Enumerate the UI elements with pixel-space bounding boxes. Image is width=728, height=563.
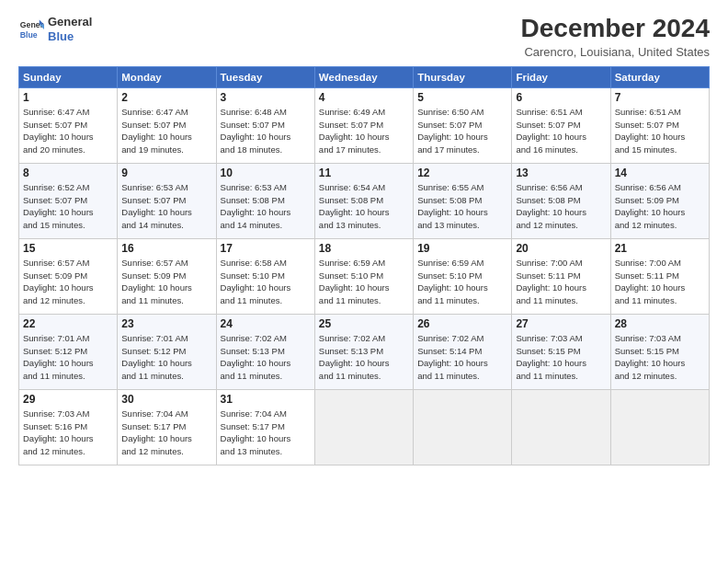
day-number: 5	[417, 91, 507, 104]
calendar-cell: 17Sunrise: 6:58 AM Sunset: 5:10 PM Dayli…	[216, 238, 314, 314]
day-info: Sunrise: 7:03 AM Sunset: 5:15 PM Dayligh…	[516, 332, 606, 383]
calendar-cell: 11Sunrise: 6:54 AM Sunset: 5:08 PM Dayli…	[314, 163, 413, 238]
week-row-4: 22Sunrise: 7:01 AM Sunset: 5:12 PM Dayli…	[19, 314, 710, 389]
logo-icon: General Blue	[18, 17, 44, 42]
calendar-cell: 6Sunrise: 6:51 AM Sunset: 5:07 PM Daylig…	[512, 87, 610, 163]
col-header-monday: Monday	[118, 66, 216, 87]
day-number: 1	[23, 91, 113, 104]
calendar-cell: 28Sunrise: 7:03 AM Sunset: 5:15 PM Dayli…	[610, 314, 709, 389]
day-number: 23	[121, 317, 211, 330]
calendar-cell	[414, 389, 512, 465]
calendar-cell: 21Sunrise: 7:00 AM Sunset: 5:11 PM Dayli…	[610, 238, 709, 314]
day-number: 15	[23, 242, 113, 255]
day-number: 25	[319, 317, 409, 330]
calendar-cell: 12Sunrise: 6:55 AM Sunset: 5:08 PM Dayli…	[414, 163, 512, 238]
day-number: 13	[516, 167, 606, 179]
day-info: Sunrise: 6:57 AM Sunset: 5:09 PM Dayligh…	[23, 257, 113, 307]
day-number: 6	[516, 91, 606, 104]
calendar-cell: 13Sunrise: 6:56 AM Sunset: 5:08 PM Dayli…	[512, 163, 610, 238]
calendar-cell: 31Sunrise: 7:04 AM Sunset: 5:17 PM Dayli…	[216, 389, 314, 465]
calendar-cell: 3Sunrise: 6:48 AM Sunset: 5:07 PM Daylig…	[216, 87, 314, 163]
week-row-3: 15Sunrise: 6:57 AM Sunset: 5:09 PM Dayli…	[19, 238, 710, 314]
logo: General Blue General Blue	[18, 15, 92, 43]
calendar-cell: 15Sunrise: 6:57 AM Sunset: 5:09 PM Dayli…	[19, 238, 118, 314]
day-number: 22	[23, 317, 113, 330]
day-info: Sunrise: 6:56 AM Sunset: 5:09 PM Dayligh…	[615, 181, 705, 232]
calendar-cell: 5Sunrise: 6:50 AM Sunset: 5:07 PM Daylig…	[414, 87, 512, 163]
day-number: 12	[417, 167, 507, 179]
day-number: 2	[121, 91, 211, 104]
day-info: Sunrise: 6:47 AM Sunset: 5:07 PM Dayligh…	[23, 106, 113, 156]
day-number: 30	[121, 393, 211, 406]
calendar-cell	[314, 389, 413, 465]
day-info: Sunrise: 6:52 AM Sunset: 5:07 PM Dayligh…	[23, 181, 113, 232]
day-number: 17	[221, 242, 311, 255]
logo-text-blue: Blue	[48, 29, 92, 44]
calendar-cell: 14Sunrise: 6:56 AM Sunset: 5:09 PM Dayli…	[610, 163, 709, 238]
subtitle: Carencro, Louisiana, United States	[521, 45, 710, 59]
day-info: Sunrise: 7:00 AM Sunset: 5:11 PM Dayligh…	[516, 257, 606, 307]
calendar-cell: 1Sunrise: 6:47 AM Sunset: 5:07 PM Daylig…	[19, 87, 118, 163]
day-info: Sunrise: 7:02 AM Sunset: 5:14 PM Dayligh…	[417, 332, 507, 383]
calendar-cell: 26Sunrise: 7:02 AM Sunset: 5:14 PM Dayli…	[414, 314, 512, 389]
header-row: SundayMondayTuesdayWednesdayThursdayFrid…	[19, 66, 710, 87]
day-info: Sunrise: 6:49 AM Sunset: 5:07 PM Dayligh…	[319, 106, 409, 156]
col-header-wednesday: Wednesday	[314, 66, 413, 87]
day-info: Sunrise: 7:01 AM Sunset: 5:12 PM Dayligh…	[23, 332, 113, 383]
calendar-cell	[512, 389, 610, 465]
day-info: Sunrise: 6:55 AM Sunset: 5:08 PM Dayligh…	[417, 181, 507, 232]
day-number: 8	[23, 167, 113, 179]
day-info: Sunrise: 6:50 AM Sunset: 5:07 PM Dayligh…	[417, 106, 507, 156]
day-number: 9	[121, 167, 211, 179]
day-number: 20	[516, 242, 606, 255]
day-info: Sunrise: 6:56 AM Sunset: 5:08 PM Dayligh…	[516, 181, 606, 232]
day-number: 10	[221, 167, 311, 179]
day-info: Sunrise: 6:48 AM Sunset: 5:07 PM Dayligh…	[221, 106, 311, 156]
day-info: Sunrise: 7:02 AM Sunset: 5:13 PM Dayligh…	[319, 332, 409, 383]
calendar-cell: 7Sunrise: 6:51 AM Sunset: 5:07 PM Daylig…	[610, 87, 709, 163]
day-info: Sunrise: 6:59 AM Sunset: 5:10 PM Dayligh…	[319, 257, 409, 307]
calendar-cell: 2Sunrise: 6:47 AM Sunset: 5:07 PM Daylig…	[118, 87, 216, 163]
day-info: Sunrise: 6:54 AM Sunset: 5:08 PM Dayligh…	[319, 181, 409, 232]
week-row-1: 1Sunrise: 6:47 AM Sunset: 5:07 PM Daylig…	[19, 87, 710, 163]
day-number: 3	[221, 91, 311, 104]
day-number: 19	[417, 242, 507, 255]
day-info: Sunrise: 6:57 AM Sunset: 5:09 PM Dayligh…	[121, 257, 211, 307]
calendar-cell: 8Sunrise: 6:52 AM Sunset: 5:07 PM Daylig…	[19, 163, 118, 238]
day-info: Sunrise: 6:51 AM Sunset: 5:07 PM Dayligh…	[516, 106, 606, 156]
day-number: 7	[615, 91, 705, 104]
calendar-cell: 22Sunrise: 7:01 AM Sunset: 5:12 PM Dayli…	[19, 314, 118, 389]
logo-text-general: General	[48, 15, 92, 29]
calendar-cell: 10Sunrise: 6:53 AM Sunset: 5:08 PM Dayli…	[216, 163, 314, 238]
col-header-saturday: Saturday	[610, 66, 709, 87]
week-row-5: 29Sunrise: 7:03 AM Sunset: 5:16 PM Dayli…	[19, 389, 710, 465]
day-number: 14	[615, 167, 705, 179]
calendar-cell: 24Sunrise: 7:02 AM Sunset: 5:13 PM Dayli…	[216, 314, 314, 389]
day-number: 29	[23, 393, 113, 406]
day-number: 21	[615, 242, 705, 255]
day-info: Sunrise: 7:02 AM Sunset: 5:13 PM Dayligh…	[221, 332, 311, 383]
calendar-cell: 4Sunrise: 6:49 AM Sunset: 5:07 PM Daylig…	[314, 87, 413, 163]
day-info: Sunrise: 6:53 AM Sunset: 5:08 PM Dayligh…	[221, 181, 311, 232]
main-title: December 2024	[521, 15, 710, 43]
day-number: 11	[319, 167, 409, 179]
day-info: Sunrise: 6:58 AM Sunset: 5:10 PM Dayligh…	[221, 257, 311, 307]
calendar-cell: 23Sunrise: 7:01 AM Sunset: 5:12 PM Dayli…	[118, 314, 216, 389]
day-info: Sunrise: 7:04 AM Sunset: 5:17 PM Dayligh…	[221, 408, 311, 458]
calendar-cell: 20Sunrise: 7:00 AM Sunset: 5:11 PM Dayli…	[512, 238, 610, 314]
calendar-cell: 18Sunrise: 6:59 AM Sunset: 5:10 PM Dayli…	[314, 238, 413, 314]
day-number: 16	[121, 242, 211, 255]
calendar-cell: 16Sunrise: 6:57 AM Sunset: 5:09 PM Dayli…	[118, 238, 216, 314]
col-header-sunday: Sunday	[19, 66, 118, 87]
calendar-cell: 27Sunrise: 7:03 AM Sunset: 5:15 PM Dayli…	[512, 314, 610, 389]
calendar-cell: 30Sunrise: 7:04 AM Sunset: 5:17 PM Dayli…	[118, 389, 216, 465]
title-section: December 2024 Carencro, Louisiana, Unite…	[521, 15, 710, 59]
day-number: 24	[221, 317, 311, 330]
day-info: Sunrise: 7:01 AM Sunset: 5:12 PM Dayligh…	[121, 332, 211, 383]
calendar-cell: 29Sunrise: 7:03 AM Sunset: 5:16 PM Dayli…	[19, 389, 118, 465]
day-info: Sunrise: 7:00 AM Sunset: 5:11 PM Dayligh…	[615, 257, 705, 307]
day-info: Sunrise: 7:03 AM Sunset: 5:16 PM Dayligh…	[23, 408, 113, 458]
day-number: 18	[319, 242, 409, 255]
col-header-tuesday: Tuesday	[216, 66, 314, 87]
col-header-friday: Friday	[512, 66, 610, 87]
